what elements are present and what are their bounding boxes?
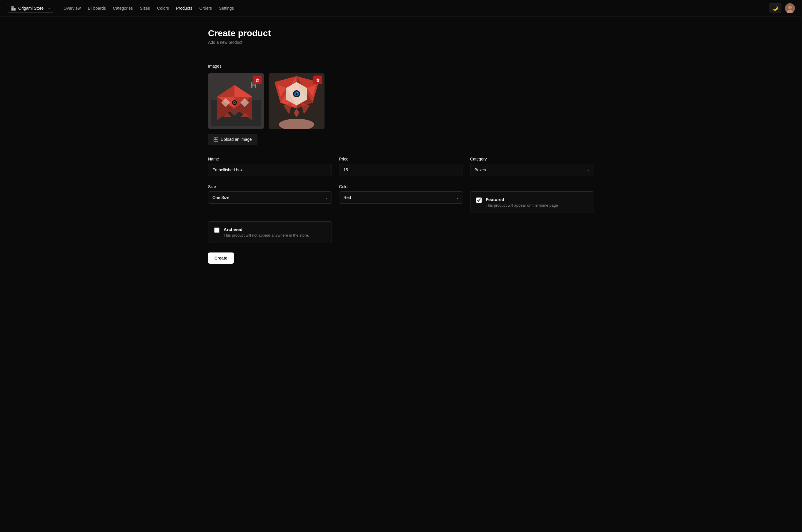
featured-text: Featured This product will appear on the… <box>486 197 558 208</box>
color-select[interactable]: Red Blue Green Black <box>339 191 463 204</box>
nav-right: 🌙 <box>769 3 795 13</box>
nav-products[interactable]: Products <box>176 5 192 12</box>
size-field-group: Size One Size Small Medium Large ⌄ <box>208 184 332 213</box>
size-select[interactable]: One Size Small Medium Large <box>208 191 332 204</box>
archived-row: Archived This product will not appear an… <box>208 221 594 243</box>
page-title: Create product <box>208 28 594 38</box>
nav-settings[interactable]: Settings <box>219 5 234 12</box>
upload-icon <box>214 137 218 142</box>
nav-colors[interactable]: Colors <box>157 5 169 12</box>
page-subtitle: Add a new product <box>208 40 594 45</box>
navigation: 🏪 Origami Store ⌄ Overview Billboards Ca… <box>0 0 802 17</box>
nav-links: Overview Billboards Categories Sizes Col… <box>63 5 760 12</box>
divider <box>208 54 594 54</box>
images-grid: H 🗑 <box>208 73 594 129</box>
create-product-button[interactable]: Create <box>208 252 234 264</box>
nav-orders[interactable]: Orders <box>199 5 212 12</box>
archived-checkbox[interactable] <box>214 228 219 233</box>
form-row-2: Size One Size Small Medium Large ⌄ Color… <box>208 184 594 213</box>
nav-overview[interactable]: Overview <box>63 5 80 12</box>
price-input[interactable] <box>339 164 463 176</box>
size-select-wrapper: One Size Small Medium Large ⌄ <box>208 191 332 204</box>
category-label: Category <box>470 157 594 162</box>
name-field-group: Name <box>208 157 332 176</box>
featured-card: Featured This product will appear on the… <box>470 191 594 213</box>
price-label: Price <box>339 157 463 162</box>
name-input[interactable] <box>208 164 332 176</box>
main-content: Create product Add a new product Images <box>201 17 601 281</box>
delete-image-1-button[interactable]: 🗑 <box>253 76 261 84</box>
price-field-group: Price <box>339 157 463 176</box>
svg-point-30 <box>296 92 298 93</box>
featured-checkbox[interactable] <box>476 197 481 203</box>
user-avatar[interactable] <box>785 3 795 13</box>
category-field-group: Category Boxes Cards Animals ⌄ <box>470 157 594 176</box>
delete-image-2-button[interactable]: 🗑 <box>313 76 322 84</box>
featured-desc: This product will appear on the home pag… <box>486 203 558 208</box>
images-label: Images <box>208 64 594 69</box>
featured-title: Featured <box>486 197 558 202</box>
name-label: Name <box>208 157 332 162</box>
svg-point-16 <box>234 102 235 103</box>
store-icon: 🏪 <box>11 6 16 11</box>
archived-desc: This product will not appear anywhere in… <box>224 233 309 238</box>
nav-billboards[interactable]: Billboards <box>88 5 106 12</box>
image-card-2: 🗑 <box>269 73 325 129</box>
nav-categories[interactable]: Categories <box>113 5 133 12</box>
store-selector[interactable]: 🏪 Origami Store ⌄ <box>7 4 54 13</box>
archived-field-group: Archived This product will not appear an… <box>208 221 332 243</box>
color-field-group: Color Red Blue Green Black ⌄ <box>339 184 463 213</box>
images-section: Images <box>208 64 594 145</box>
image-card-1: H 🗑 <box>208 73 264 129</box>
featured-field-group: Featured This product will appear on the… <box>470 184 594 213</box>
store-chevron-icon: ⌄ <box>48 6 50 10</box>
category-select-wrapper: Boxes Cards Animals ⌄ <box>470 164 594 176</box>
svg-point-1 <box>788 5 792 9</box>
category-select[interactable]: Boxes Cards Animals <box>470 164 594 176</box>
color-select-wrapper: Red Blue Green Black ⌄ <box>339 191 463 204</box>
store-name: Origami Store <box>18 6 45 11</box>
archived-title: Archived <box>224 227 309 232</box>
archived-card: Archived This product will not appear an… <box>208 221 332 243</box>
upload-image-button[interactable]: Upload an image <box>208 134 257 145</box>
form-row-1: Name Price Category Boxes Cards Animals … <box>208 157 594 176</box>
size-label: Size <box>208 184 332 189</box>
color-label: Color <box>339 184 463 189</box>
archived-text: Archived This product will not appear an… <box>224 227 309 238</box>
nav-sizes[interactable]: Sizes <box>140 5 150 12</box>
theme-toggle-button[interactable]: 🌙 <box>769 3 781 13</box>
upload-button-label: Upload an image <box>221 137 252 142</box>
